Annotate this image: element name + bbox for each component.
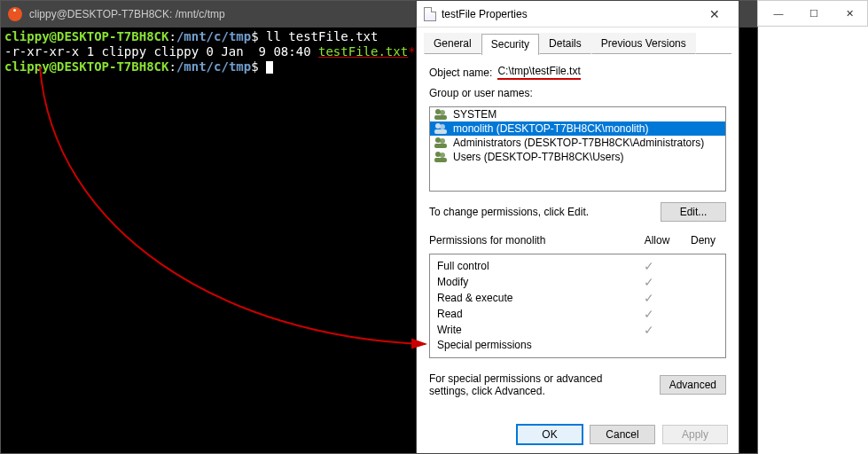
ls-output-perms: -r-xr-xr-x 1 clippy clippy 0 Jan 9 08:40 [4,44,318,59]
permissions-listbox[interactable]: Full controlModifyRead & executeReadWrit… [429,254,726,358]
permissions-for-label: Permissions for monolith [429,234,634,247]
users-icon [434,151,448,163]
svg-rect-2 [434,115,447,120]
dialog-titlebar[interactable]: testFile Properties ✕ [417,1,739,27]
prompt-path-2: /mnt/c/tmp [176,59,251,74]
permission-name: Special permissions [437,339,626,351]
close-button[interactable]: ✕ [832,1,867,26]
security-tab-page: Object name: C:\tmp\testFile.txt Group o… [417,54,739,419]
terminal-cursor [266,61,273,74]
check-icon [644,275,654,289]
principal-item[interactable]: monolith (DESKTOP-T7BH8CK\monolith) [430,121,725,136]
file-icon [424,7,436,21]
tab-general[interactable]: General [424,33,481,54]
allow-cell [626,323,672,337]
object-name-label: Object name: [429,67,492,79]
ok-button[interactable]: OK [517,425,583,444]
permission-name: Full control [437,260,626,272]
edit-button[interactable]: Edit... [661,202,726,222]
allow-column-header: Allow [634,234,680,247]
properties-dialog: testFile Properties ✕ General Security D… [416,0,739,454]
svg-rect-8 [434,144,447,148]
svg-point-0 [435,109,441,114]
permission-name: Modify [437,276,626,288]
svg-rect-5 [434,129,447,134]
allow-cell [626,259,672,273]
principals-listbox[interactable]: SYSTEMmonolith (DESKTOP-T7BH8CK\monolith… [429,106,726,192]
users-icon [434,108,448,121]
permission-row[interactable]: Special permissions [437,338,718,352]
check-icon [644,307,654,321]
dialog-button-row: OK Cancel Apply [417,419,739,453]
permission-row[interactable]: Write [437,322,718,338]
allow-cell [626,307,672,321]
object-path: C:\tmp\testFile.txt [497,65,580,80]
svg-point-4 [440,124,445,129]
svg-point-1 [440,110,445,115]
ls-asterisk: * [408,44,415,59]
prompt-user: clippy@DESKTOP-T7BH8CK [4,29,168,43]
check-icon [644,259,654,273]
permission-row[interactable]: Full control [437,258,718,274]
principal-name: monolith (DESKTOP-T7BH8CK\monolith) [453,122,649,135]
users-icon [434,122,448,135]
deny-column-header: Deny [680,234,726,247]
permission-row[interactable]: Read & execute [437,290,718,306]
svg-point-10 [440,153,445,158]
principal-name: Administrators (DESKTOP-T7BH8CK\Administ… [453,137,704,149]
cancel-button[interactable]: Cancel [590,425,655,444]
permission-name: Write [437,324,626,336]
principal-name: SYSTEM [453,108,497,121]
permission-name: Read & execute [437,292,626,304]
ls-output-file: testFile.txt [318,44,408,59]
permission-row[interactable]: Read [437,306,718,322]
principal-name: Users (DESKTOP-T7BH8CK\Users) [453,151,623,163]
allow-cell [626,291,672,305]
close-icon[interactable]: ✕ [698,2,731,27]
tab-details[interactable]: Details [539,33,591,54]
principal-item[interactable]: SYSTEM [430,107,725,121]
edit-hint: To change permissions, click Edit. [429,206,589,218]
svg-point-9 [435,152,441,157]
users-icon [434,137,448,149]
terminal-title: clippy@DESKTOP-T7BH8CK: /mnt/c/tmp [29,8,225,20]
group-user-label: Group or user names: [429,87,726,99]
principal-item[interactable]: Administrators (DESKTOP-T7BH8CK\Administ… [430,136,725,150]
minimize-button[interactable]: — [761,1,796,26]
svg-point-7 [440,138,445,144]
advanced-hint: For special permissions or advanced sett… [429,372,633,397]
apply-button[interactable]: Apply [662,425,728,444]
maximize-button[interactable]: ☐ [796,1,832,26]
permission-name: Read [437,308,626,320]
cmd-1: ll testFile.txt [266,29,378,43]
advanced-button[interactable]: Advanced [660,375,726,395]
tab-strip: General Security Details Previous Versio… [417,27,739,54]
prompt-user-2: clippy@DESKTOP-T7BH8CK [4,59,168,74]
check-icon [644,323,654,337]
check-icon [644,291,654,305]
ubuntu-icon [8,7,22,21]
svg-rect-11 [434,158,447,162]
tab-security[interactable]: Security [481,34,539,55]
principal-item[interactable]: Users (DESKTOP-T7BH8CK\Users) [430,150,725,164]
permission-row[interactable]: Modify [437,274,718,290]
dialog-title: testFile Properties [442,8,698,20]
background-window-controls: — ☐ ✕ [757,0,868,27]
prompt-path: /mnt/c/tmp [176,29,251,43]
tab-previous-versions[interactable]: Previous Versions [591,33,696,54]
svg-point-6 [435,137,441,143]
allow-cell [626,275,672,289]
svg-point-3 [435,123,441,129]
